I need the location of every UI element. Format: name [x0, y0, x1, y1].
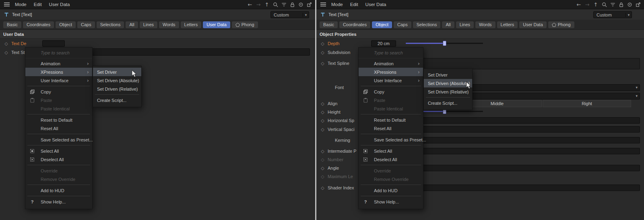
menu-item-reset-all[interactable]: Reset All [25, 124, 92, 133]
menu-item-show-help[interactable]: ? Show Help... [25, 197, 92, 206]
text-spline-field[interactable] [406, 58, 640, 69]
kerning-field[interactable] [406, 137, 640, 143]
menu-mode[interactable]: Mode [328, 2, 347, 7]
menu-item-user-interface[interactable]: User Interface › [359, 76, 423, 85]
keyframe-diamond-icon[interactable]: ◇ [320, 166, 326, 171]
slider-handle[interactable] [443, 41, 446, 46]
up-icon[interactable]: ↑ [592, 1, 599, 8]
panel-divider[interactable] [315, 0, 316, 220]
lock-icon[interactable] [618, 1, 624, 8]
tab-selections[interactable]: Selections [413, 21, 441, 28]
menu-item-animation[interactable]: Animation › [25, 59, 92, 68]
keyframe-diamond-icon[interactable]: ◇ [320, 185, 326, 191]
target-icon[interactable] [626, 1, 633, 8]
keyframe-diamond-icon[interactable]: ◇ [320, 127, 326, 132]
tab-object[interactable]: Object [56, 21, 76, 28]
menu-item-copy[interactable]: Copy [25, 87, 92, 96]
tab-lines[interactable]: Lines [456, 21, 474, 28]
menu-edit[interactable]: Edit [30, 2, 45, 7]
tab-caps[interactable]: Caps [394, 21, 411, 28]
search-icon[interactable] [272, 1, 279, 8]
keyframe-diamond-icon[interactable]: ◇ [320, 101, 326, 106]
tab-all[interactable]: All [126, 21, 138, 28]
shader-index-field[interactable] [406, 185, 640, 191]
keyframe-diamond-icon[interactable]: ◇ [3, 41, 9, 46]
submenu-item-set-driver[interactable]: Set Driver [424, 71, 472, 79]
tab-phong[interactable]: Phong [548, 21, 574, 28]
up-icon[interactable]: ↑ [264, 1, 270, 8]
menu-search-input[interactable]: Type to search [359, 48, 423, 58]
tab-basic[interactable]: Basic [320, 21, 338, 28]
menu-item-add-to-hud[interactable]: Add to HUD [25, 186, 92, 195]
menu-user-data[interactable]: User Data [362, 2, 390, 7]
back-icon[interactable]: ← [576, 1, 582, 8]
tab-letters[interactable]: Letters [497, 21, 518, 28]
keyframe-diamond-icon[interactable]: ◇ [320, 61, 326, 66]
menu-item-save-selected-as-preset[interactable]: Save Selected as Preset... [25, 135, 92, 144]
menu-item-xpressions[interactable]: XPressions › [25, 68, 92, 76]
menu-item-animation[interactable]: Animation › [359, 59, 423, 68]
depth-slider[interactable] [406, 41, 483, 46]
menu-item-user-interface[interactable]: User Interface › [25, 76, 92, 85]
menu-user-data[interactable]: User Data [45, 2, 74, 7]
tab-coordinates[interactable]: Coordinates [23, 21, 54, 28]
preset-dropdown[interactable]: Custom ▾ [270, 11, 309, 18]
submenu-item-create-script[interactable]: Create Script... [93, 96, 141, 104]
submenu-item-set-driven-relative[interactable]: Set Driven (Relative) [93, 85, 141, 93]
menu-item-reset-all[interactable]: Reset All [359, 124, 423, 133]
popout-icon[interactable] [635, 1, 641, 8]
text-de-value-field[interactable] [42, 40, 65, 47]
chevron-down-icon[interactable]: ▾ [625, 13, 632, 17]
menu-item-xpressions[interactable]: XPressions › [359, 68, 423, 76]
keyframe-diamond-icon[interactable]: ◇ [320, 41, 326, 46]
align-button-right[interactable]: Right [543, 100, 631, 107]
hamburger-icon[interactable] [319, 1, 328, 8]
tab-words[interactable]: Words [475, 21, 495, 28]
menu-item-copy[interactable]: Copy [359, 87, 423, 96]
tab-lines[interactable]: Lines [140, 21, 157, 28]
angle-field[interactable] [406, 165, 640, 171]
menu-item-reset-to-default[interactable]: Reset to Default [359, 116, 423, 124]
depth-value-field[interactable]: 20 cm [371, 40, 396, 47]
filter-icon[interactable] [281, 1, 287, 8]
keyframe-diamond-icon[interactable]: ◇ [320, 50, 326, 55]
menu-item-show-help[interactable]: ? Show Help... [359, 197, 423, 206]
submenu-item-set-driven-relative[interactable]: Set Driven (Relative) [424, 87, 472, 96]
menu-item-deselect-all[interactable]: Deselect All [25, 155, 92, 164]
tab-caps[interactable]: Caps [77, 21, 95, 28]
keyframe-diamond-icon[interactable]: ◇ [3, 50, 9, 55]
horizontal-spacing-field[interactable] [406, 117, 640, 124]
keyframe-diamond-icon[interactable]: ◇ [320, 110, 326, 115]
menu-item-add-to-hud[interactable]: Add to HUD [359, 186, 423, 195]
tab-letters[interactable]: Letters [181, 21, 202, 28]
menu-search-input[interactable]: Type to search [25, 48, 92, 58]
forward-icon[interactable]: → [255, 1, 262, 8]
chevron-down-icon[interactable]: ▾ [303, 13, 309, 17]
tab-words[interactable]: Words [159, 21, 179, 28]
lock-icon[interactable] [289, 1, 295, 8]
hamburger-icon[interactable] [2, 1, 11, 8]
tab-all[interactable]: All [442, 21, 454, 28]
back-icon[interactable]: ← [247, 1, 253, 8]
preset-dropdown[interactable]: Custom ▾ [593, 11, 632, 18]
vertical-spacing-field[interactable] [406, 126, 640, 133]
submenu-item-create-script[interactable]: Create Script... [424, 99, 472, 107]
submenu-item-set-driven-absolute[interactable]: Set Driven (Absolute) [424, 79, 472, 87]
keyframe-diamond-icon[interactable]: ◇ [320, 149, 326, 154]
menu-item-deselect-all[interactable]: Deselect All [359, 155, 423, 164]
tab-user-data[interactable]: User Data [519, 21, 547, 28]
forward-icon[interactable]: → [584, 1, 590, 8]
filter-icon[interactable] [609, 1, 616, 8]
tab-phong[interactable]: Phong [232, 21, 258, 28]
tab-selections[interactable]: Selections [97, 21, 124, 28]
menu-item-save-selected-as-preset[interactable]: Save Selected as Preset... [359, 135, 423, 144]
menu-item-select-all[interactable]: Select All [359, 147, 423, 155]
popout-icon[interactable] [306, 1, 312, 8]
menu-item-reset-to-default[interactable]: Reset to Default [25, 116, 92, 124]
target-icon[interactable] [297, 1, 304, 8]
search-icon[interactable] [601, 1, 607, 8]
menu-edit[interactable]: Edit [347, 2, 362, 7]
menu-item-select-all[interactable]: Select All [25, 147, 92, 155]
tab-user-data[interactable]: User Data [203, 21, 230, 28]
tab-object[interactable]: Object [372, 21, 392, 28]
